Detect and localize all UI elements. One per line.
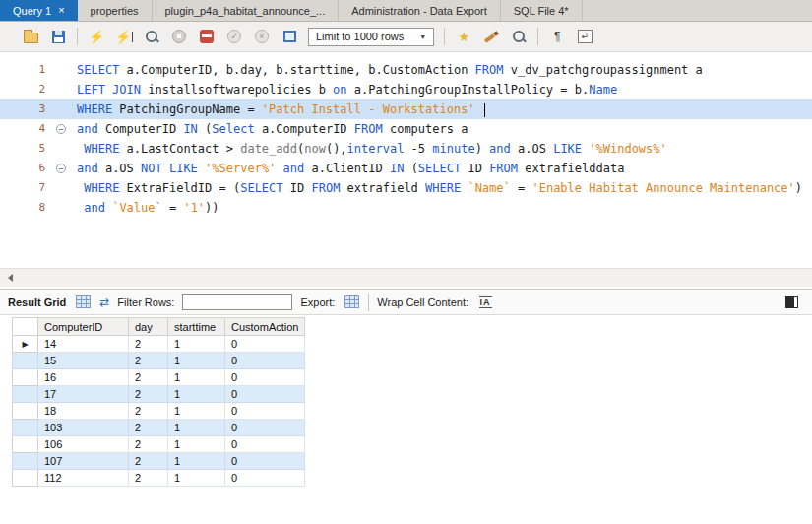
beautify-brush-icon[interactable] [482,28,500,45]
editor-line[interactable]: 3WHERE PatchingGroupName = 'Patch Instal… [0,99,812,119]
table-cell[interactable]: 1 [168,403,225,420]
explain-icon[interactable] [143,28,160,45]
tab-administration-data-export[interactable]: Administration - Data Export [339,0,501,21]
editor-line[interactable]: 7 WHERE ExtraFieldID = (SELECT ID FROM e… [0,178,812,198]
table-cell[interactable]: 1 [168,336,225,353]
table-cell[interactable]: 15 [38,353,129,369]
toolbar-separator [77,28,78,45]
table-cell[interactable]: 2 [129,336,168,353]
table-row[interactable]: 107210 [13,453,305,470]
table-cell[interactable]: 1 [168,353,225,369]
row-marker[interactable] [13,403,38,420]
table-cell[interactable]: 14 [38,336,129,353]
tab-sql-file-4[interactable]: SQL File 4* [501,0,583,21]
table-cell[interactable]: 1 [168,420,225,436]
column-header[interactable]: ComputerID [38,318,129,336]
save-icon[interactable] [49,28,67,45]
table-row[interactable]: 15210 [13,353,305,369]
editor-line[interactable]: 4−and ComputerID IN (Select a.ComputerID… [0,119,812,139]
table-row[interactable]: 106210 [13,436,305,453]
table-cell[interactable]: 17 [38,386,129,403]
editor-line[interactable]: 5 WHERE a.LastContact > date_add(now(),i… [0,139,812,159]
table-cell[interactable]: 16 [38,369,129,386]
editor-line[interactable]: 8 and `Value` = '1')) [0,198,812,218]
table-cell[interactable]: 0 [225,369,305,386]
rollback-icon[interactable]: × [253,28,271,45]
stop-icon[interactable] [170,28,188,45]
table-row[interactable]: 18210 [13,403,305,420]
table-cell[interactable]: 0 [225,403,305,420]
table-cell[interactable]: 1 [168,470,225,487]
table-cell[interactable]: 107 [38,453,129,470]
table-cell[interactable]: 0 [225,336,305,353]
invisible-chars-icon[interactable]: ¶ [548,28,566,45]
table-row[interactable]: 17210 [13,386,305,403]
table-cell[interactable]: 2 [129,369,168,386]
stop-on-error-icon[interactable] [198,28,216,45]
row-marker[interactable] [13,369,38,386]
table-cell[interactable]: 2 [129,386,168,403]
tab-query-1[interactable]: Query 1 × [0,0,78,21]
editor-line[interactable]: 1SELECT a.ComputerID, b.day, b.starttime… [0,60,812,80]
table-cell[interactable]: 103 [38,420,129,436]
editor-line[interactable]: 6−and a.OS NOT LIKE '%Server%' and a.Cli… [0,159,812,178]
table-cell[interactable]: 106 [38,436,129,453]
wrap-text-icon[interactable]: ↵ [576,28,593,45]
scroll-left-icon[interactable] [0,269,20,287]
table-cell[interactable]: 2 [129,453,168,470]
table-cell[interactable]: 0 [225,420,305,436]
row-marker[interactable] [13,353,38,369]
row-marker[interactable]: ▶ [13,336,38,353]
row-marker[interactable] [13,453,38,470]
table-cell[interactable]: 2 [129,470,168,487]
tab-plugin-p4a-habitat-announce[interactable]: plugin_p4a_habitat_announce_... [153,0,340,21]
find-icon[interactable] [510,28,528,45]
table-cell[interactable]: 2 [129,436,168,453]
table-cell[interactable]: 1 [168,453,225,470]
table-cell[interactable]: 0 [225,436,305,453]
execute-current-icon[interactable]: ⚡ [115,28,133,45]
line-number: 5 [0,139,45,159]
table-cell[interactable]: 0 [225,470,305,487]
table-cell[interactable]: 0 [225,386,305,403]
table-row[interactable]: 112210 [13,470,305,487]
beautify-star-icon[interactable]: ★ [455,28,472,45]
table-cell[interactable]: 2 [129,420,168,436]
sql-editor[interactable]: 1SELECT a.ComputerID, b.day, b.starttime… [0,52,812,268]
editor-horizontal-scrollbar[interactable] [0,268,812,287]
column-header[interactable]: starttime [168,318,225,336]
table-cell[interactable]: 1 [168,369,225,386]
autocommit-icon[interactable] [281,28,298,45]
table-row[interactable]: 103210 [13,420,305,436]
row-marker[interactable] [13,386,38,403]
row-marker[interactable] [13,470,38,487]
editor-line[interactable]: 2LEFT JOIN installsoftwarepolicies b on … [0,80,812,99]
table-row[interactable]: ▶14210 [13,336,305,353]
limit-rows-dropdown[interactable]: Limit to 1000 rows ▼ [308,28,434,46]
column-header[interactable]: CustomAction [225,318,305,336]
table-cell[interactable]: 1 [168,386,225,403]
table-cell[interactable]: 2 [129,353,168,369]
row-marker[interactable] [13,436,38,453]
table-cell[interactable]: 0 [225,353,305,369]
table-cell[interactable]: 0 [225,453,305,470]
table-cell[interactable]: 112 [38,470,129,487]
export-icon[interactable] [343,294,360,311]
table-row[interactable]: 16210 [13,369,305,386]
table-cell[interactable]: 18 [38,403,129,420]
close-icon[interactable]: × [58,5,64,16]
row-marker[interactable] [13,420,38,436]
table-cell[interactable]: 1 [168,436,225,453]
commit-icon[interactable]: ✓ [225,28,243,45]
side-panel-toggle-icon[interactable] [785,296,798,308]
fold-icon[interactable]: − [56,164,66,173]
tab-properties[interactable]: properties [78,0,153,21]
open-file-icon[interactable] [22,28,39,45]
column-header[interactable]: day [129,318,168,336]
filter-rows-input[interactable] [182,294,292,310]
execute-icon[interactable]: ⚡ [88,28,105,45]
table-cell[interactable]: 2 [129,403,168,420]
wrap-cell-content-icon[interactable] [476,294,494,311]
fold-icon[interactable]: − [56,124,66,134]
refresh-icon[interactable]: ⇄ [99,295,109,309]
